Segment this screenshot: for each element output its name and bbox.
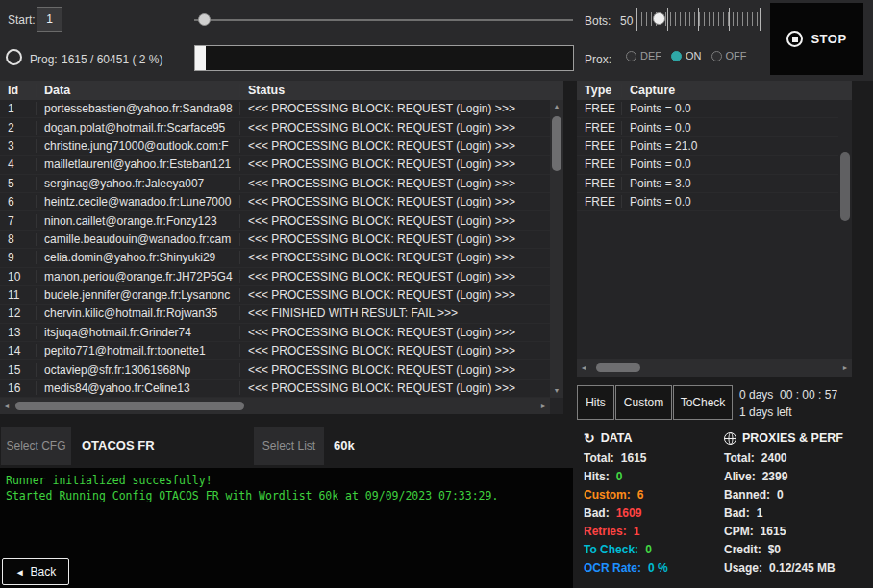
- results-table-body: 1portessebastien@yahoo.fr:Sandra98<<< PR…: [0, 100, 550, 398]
- select-list-button[interactable]: Select List: [254, 427, 324, 465]
- start-input[interactable]: [37, 7, 62, 32]
- cell-id: 10: [0, 270, 37, 283]
- scrollbar-thumb[interactable]: [15, 402, 244, 410]
- table-row[interactable]: 3christine.jung71000@outlook.com:F<<< PR…: [0, 137, 550, 156]
- radio-icon: [671, 51, 682, 61]
- stat-label: Hits:: [584, 470, 610, 483]
- stat-label: Custom:: [584, 488, 631, 502]
- capture-row[interactable]: FREEPoints = 21.0: [577, 137, 838, 156]
- table-row[interactable]: 16medis84@yahoo.fr:Celine13<<< PROCESSIN…: [0, 380, 550, 398]
- proxy-mode-on-label: ON: [686, 50, 702, 61]
- cell-status: <<< PROCESSING BLOCK: REQUEST (Login) >>…: [240, 139, 550, 153]
- proxy-mode-on[interactable]: ON: [671, 50, 702, 61]
- column-header-type: Type: [577, 84, 622, 97]
- progress-value: 1615 / 60451 ( 2 %): [62, 53, 162, 66]
- bots-slider-thumb[interactable]: [653, 12, 665, 25]
- start-label: Start:: [8, 13, 36, 27]
- table-row[interactable]: 9celia.domin@yahoo.fr:Shinyuki29<<< PROC…: [0, 249, 550, 267]
- stat-item: Banned:0: [724, 486, 873, 504]
- scroll-left-icon[interactable]: ◄: [577, 359, 590, 377]
- start-slider[interactable]: [194, 12, 573, 28]
- table-row[interactable]: 11budele.jennifer@orange.fr:Lysanonc<<< …: [0, 286, 550, 305]
- scrollbar-thumb[interactable]: [552, 116, 561, 171]
- capture-row[interactable]: FREEPoints = 0.0: [577, 193, 838, 211]
- table-row[interactable]: 6heintz.cecile@wanadoo.fr:Lune7000<<< PR…: [0, 193, 550, 211]
- scroll-down-icon[interactable]: ▼: [550, 384, 563, 398]
- proxy-mode-def-label: DEF: [640, 50, 661, 61]
- stop-button[interactable]: STOP: [770, 3, 863, 75]
- cell-data: itsjuqa@hotmail.fr:Grinder74: [37, 326, 240, 339]
- cell-capture: Points = 0.0: [622, 102, 838, 115]
- tab-custom[interactable]: Custom: [615, 385, 672, 420]
- runner-window: Start: Bots: 50 STOP Prog: 1615 / 60451 …: [0, 0, 873, 588]
- stat-label: Total:: [584, 452, 614, 465]
- cell-data: dogan.polat@hotmail.fr:Scarface95: [37, 121, 240, 135]
- table-row[interactable]: 4mailletlaurent@yahoo.fr:Esteban121<<< P…: [0, 156, 550, 174]
- capture-row[interactable]: FREEPoints = 0.0: [577, 156, 838, 174]
- column-header-status: Status: [240, 84, 563, 97]
- table-row[interactable]: 15octaviep@sfr.fr:13061968Np<<< PROCESSI…: [0, 360, 550, 379]
- cell-id: 16: [0, 381, 37, 395]
- capture-vertical-scrollbar[interactable]: [838, 100, 852, 359]
- bots-slider[interactable]: [636, 6, 761, 33]
- stat-label: Bad:: [584, 506, 610, 520]
- topbar: Start: Bots: 50 STOP Prog: 1615 / 60451 …: [0, 0, 873, 81]
- table-row[interactable]: 8camille.beaudouin@wanadoo.fr:cam<<< PRO…: [0, 231, 550, 249]
- cell-type: FREE: [577, 139, 622, 153]
- table-row[interactable]: 5serginag@yahoo.fr:Jaleeya007<<< PROCESS…: [0, 175, 550, 193]
- cell-status: <<< FINISHED WITH RESULT: FAIL >>>: [240, 306, 550, 320]
- table-row[interactable]: 10manon.periou@orange.fr:JH72P5G4<<< PRO…: [0, 268, 550, 286]
- cell-capture: Points = 0.0: [622, 121, 838, 135]
- cell-status: <<< PROCESSING BLOCK: REQUEST (Login) >>…: [240, 158, 550, 171]
- stat-value: 6: [637, 488, 644, 502]
- capture-row[interactable]: FREEPoints = 0.0: [577, 100, 838, 118]
- capture-horizontal-scrollbar[interactable]: ◄ ►: [577, 359, 852, 377]
- table-row[interactable]: 14pepito771@hotmail.fr:toonette1<<< PROC…: [0, 342, 550, 360]
- proxy-mode-off[interactable]: OFF: [711, 50, 747, 61]
- table-row[interactable]: 2dogan.polat@hotmail.fr:Scarface95<<< PR…: [0, 118, 550, 136]
- cell-data: serginag@yahoo.fr:Jaleeya007: [37, 177, 240, 190]
- cell-status: <<< PROCESSING BLOCK: REQUEST (Login) >>…: [240, 270, 550, 283]
- cell-id: 3: [0, 139, 37, 153]
- scroll-left-icon[interactable]: ◄: [0, 398, 13, 414]
- cell-status: <<< PROCESSING BLOCK: REQUEST (Login) >>…: [240, 233, 550, 246]
- stat-label: Retries:: [584, 525, 627, 538]
- tab-tocheck[interactable]: ToCheck: [673, 385, 733, 420]
- globe-icon: [724, 432, 736, 445]
- cell-id: 1: [0, 102, 37, 115]
- stat-item: Total:2400: [724, 450, 873, 468]
- results-table-header: Id Data Status: [0, 81, 563, 100]
- capture-row[interactable]: FREEPoints = 0.0: [577, 118, 838, 136]
- table-row[interactable]: 13itsjuqa@hotmail.fr:Grinder74<<< PROCES…: [0, 324, 550, 342]
- scroll-up-icon[interactable]: ▲: [550, 100, 563, 113]
- back-arrow-icon: ◄: [15, 567, 25, 577]
- scroll-right-icon[interactable]: ►: [838, 359, 852, 377]
- stat-value: 0: [645, 543, 652, 556]
- cell-id: 14: [0, 344, 37, 357]
- capture-row[interactable]: FREEPoints = 3.0: [577, 175, 838, 193]
- table-row[interactable]: 1portessebastien@yahoo.fr:Sandra98<<< PR…: [0, 100, 550, 118]
- results-vertical-scrollbar[interactable]: ▲ ▼: [550, 100, 563, 398]
- back-button[interactable]: ◄ Back: [2, 558, 69, 585]
- proxy-mode-def[interactable]: DEF: [626, 50, 661, 61]
- proxy-mode-off-label: OFF: [726, 50, 747, 61]
- select-cfg-button[interactable]: Select CFG: [1, 427, 71, 465]
- scrollbar-thumb[interactable]: [596, 363, 640, 372]
- stat-item: CPM:1615: [724, 523, 873, 541]
- start-slider-thumb[interactable]: [198, 13, 211, 26]
- table-row[interactable]: 7ninon.caillet@orange.fr:Fonzy123<<< PRO…: [0, 211, 550, 230]
- cell-data: medis84@yahoo.fr:Celine13: [37, 381, 240, 395]
- table-row[interactable]: 12chervin.kilic@hotmail.fr:Rojwan35<<< F…: [0, 305, 550, 323]
- scrollbar-thumb[interactable]: [840, 152, 850, 221]
- radio-icon: [711, 51, 722, 61]
- tab-hits[interactable]: Hits: [577, 385, 614, 420]
- cell-data: chervin.kilic@hotmail.fr:Rojwan35: [37, 306, 240, 320]
- progress-label: Prog:: [30, 53, 58, 66]
- results-horizontal-scrollbar[interactable]: ◄ ►: [0, 398, 550, 414]
- scroll-right-icon[interactable]: ►: [536, 398, 550, 414]
- cell-id: 7: [0, 214, 37, 228]
- cell-id: 12: [0, 306, 37, 320]
- cell-status: <<< PROCESSING BLOCK: REQUEST (Login) >>…: [240, 381, 550, 395]
- stat-value: 0 %: [648, 561, 668, 575]
- progress-bar: [194, 45, 574, 71]
